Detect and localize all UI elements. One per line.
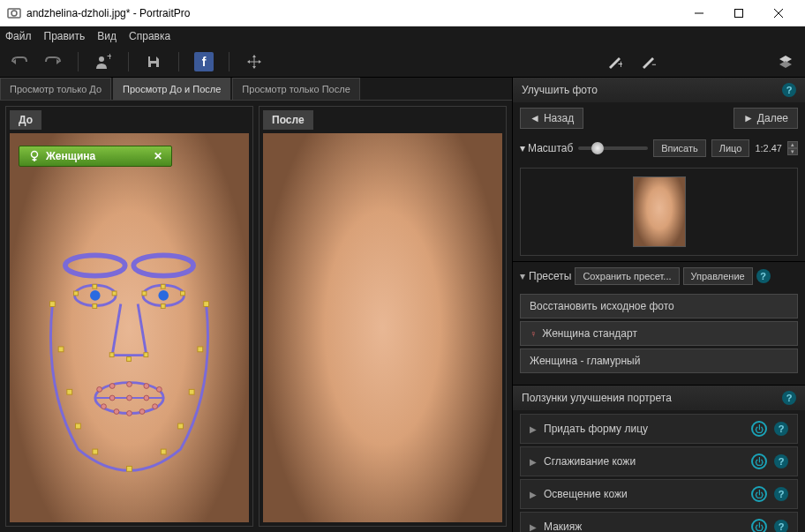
menu-help[interactable]: Справка xyxy=(129,30,170,42)
face-thumbnail[interactable] xyxy=(633,176,686,247)
back-button[interactable]: ◄Назад xyxy=(520,108,583,129)
after-image[interactable] xyxy=(263,133,502,522)
zoom-row: ▾Масштаб Вписать Лицо 1:2.47 ▴▾ xyxy=(513,134,805,162)
fit-button[interactable]: Вписать xyxy=(653,139,706,157)
next-button[interactable]: ►Далее xyxy=(734,108,798,129)
svg-point-63 xyxy=(139,409,145,415)
before-image[interactable]: Женщина ✕ xyxy=(10,133,249,522)
svg-rect-52 xyxy=(109,353,114,357)
pan-button[interactable] xyxy=(242,49,267,74)
close-icon[interactable]: ✕ xyxy=(154,150,162,162)
save-preset-button[interactable]: Сохранить пресет... xyxy=(575,267,679,285)
svg-rect-45 xyxy=(93,284,97,288)
group-face-shape[interactable]: ▶ Придать форму лицу ⏻ ? xyxy=(520,414,798,444)
toolbar: + f + − xyxy=(0,46,805,78)
female-icon xyxy=(28,150,41,162)
gender-tag[interactable]: Женщина ✕ xyxy=(19,146,172,167)
menu-view[interactable]: Вид xyxy=(97,30,117,42)
app-icon xyxy=(7,6,21,20)
facebook-button[interactable]: f xyxy=(192,49,216,74)
improve-header: Улучшить фото ? xyxy=(513,78,805,102)
chevron-right-icon: ► xyxy=(743,112,754,124)
minimize-button[interactable] xyxy=(679,0,718,26)
add-person-button[interactable]: + xyxy=(91,49,116,74)
power-icon[interactable]: ⏻ xyxy=(751,486,767,502)
female-icon: ♀ xyxy=(530,328,537,339)
slider-groups: ▶ Придать форму лицу ⏻ ? ▶ Сглаживание к… xyxy=(513,410,805,532)
help-icon[interactable]: ? xyxy=(774,422,788,436)
svg-rect-49 xyxy=(161,284,165,288)
tab-after-only[interactable]: Просмотр только После xyxy=(232,78,359,100)
svg-rect-38 xyxy=(127,466,132,471)
svg-point-65 xyxy=(109,395,115,401)
tab-before-after[interactable]: Просмотр До и После xyxy=(113,78,230,100)
svg-rect-37 xyxy=(93,449,98,454)
face-button[interactable]: Лицо xyxy=(711,139,750,157)
toolbar-separator xyxy=(229,52,229,71)
svg-rect-46 xyxy=(112,291,117,296)
svg-rect-48 xyxy=(142,291,147,296)
help-icon[interactable]: ? xyxy=(782,83,796,97)
group-skin-lighting[interactable]: ▶ Освещение кожи ⏻ ? xyxy=(520,479,798,509)
power-icon[interactable]: ⏻ xyxy=(751,421,767,437)
menu-edit[interactable]: Править xyxy=(44,30,86,42)
group-skin-smoothing[interactable]: ▶ Сглаживание кожи ⏻ ? xyxy=(520,446,798,476)
zoom-spinner[interactable]: ▴▾ xyxy=(787,141,798,155)
svg-point-27 xyxy=(75,285,116,305)
spin-down-icon[interactable]: ▾ xyxy=(787,148,798,155)
chevron-right-icon: ▶ xyxy=(530,490,537,499)
toolbar-separator xyxy=(128,52,129,71)
svg-point-59 xyxy=(156,386,162,392)
group-makeup[interactable]: ▶ Макияж ⏻ ? xyxy=(520,512,798,532)
svg-rect-40 xyxy=(178,423,184,429)
preset-restore[interactable]: Восстановить исходное фото xyxy=(520,294,798,318)
svg-point-22 xyxy=(32,152,38,158)
svg-point-8 xyxy=(99,56,104,62)
undo-button[interactable] xyxy=(7,49,32,74)
brush-remove-button[interactable]: − xyxy=(636,49,660,74)
help-icon[interactable]: ? xyxy=(756,269,771,283)
close-button[interactable] xyxy=(758,0,798,26)
face-mesh-overlay xyxy=(10,133,249,492)
power-icon[interactable]: ⏻ xyxy=(751,453,767,469)
svg-text:−: − xyxy=(651,58,656,70)
zoom-slider[interactable] xyxy=(578,146,648,150)
svg-rect-51 xyxy=(161,304,165,309)
svg-point-61 xyxy=(114,409,119,415)
svg-rect-47 xyxy=(93,304,97,309)
save-button[interactable] xyxy=(141,49,166,74)
toolbar-separator xyxy=(178,52,179,71)
menu-file[interactable]: Файл xyxy=(5,30,32,42)
svg-point-26 xyxy=(133,255,193,275)
preset-female-standard[interactable]: ♀Женщина стандарт xyxy=(520,321,798,346)
svg-point-31 xyxy=(95,383,163,414)
before-pane: До Женщина ✕ xyxy=(5,106,253,527)
svg-rect-33 xyxy=(49,302,55,307)
maximize-button[interactable] xyxy=(718,0,758,26)
manage-presets-button[interactable]: Управление xyxy=(683,267,753,285)
svg-rect-54 xyxy=(144,353,148,357)
preset-female-glamour[interactable]: Женщина - гламурный xyxy=(520,348,798,373)
power-icon[interactable]: ⏻ xyxy=(751,519,767,532)
back-label: Назад xyxy=(544,112,574,124)
chevron-down-icon[interactable]: ▾ xyxy=(520,270,525,282)
spin-up-icon[interactable]: ▴ xyxy=(787,141,798,148)
redo-button[interactable] xyxy=(41,49,65,74)
svg-point-66 xyxy=(127,395,132,401)
help-icon[interactable]: ? xyxy=(782,391,796,405)
brush-add-button[interactable]: + xyxy=(602,49,627,74)
layers-button[interactable] xyxy=(773,49,798,74)
svg-marker-21 xyxy=(779,61,792,68)
tab-before-only[interactable]: Просмотр только До xyxy=(0,78,111,100)
svg-rect-34 xyxy=(58,347,64,352)
thumbnail-strip[interactable] xyxy=(520,168,798,256)
zoom-label[interactable]: ▾Масштаб xyxy=(520,142,573,154)
help-icon[interactable]: ? xyxy=(774,520,788,532)
help-icon[interactable]: ? xyxy=(774,487,788,501)
zoom-knob[interactable] xyxy=(591,142,604,154)
viewer: Просмотр только До Просмотр До и После П… xyxy=(0,78,512,532)
svg-rect-36 xyxy=(76,423,81,429)
presets-section: ▾ Пресеты Сохранить пресет... Управление… xyxy=(513,262,805,386)
svg-rect-41 xyxy=(189,389,194,394)
help-icon[interactable]: ? xyxy=(774,454,788,468)
